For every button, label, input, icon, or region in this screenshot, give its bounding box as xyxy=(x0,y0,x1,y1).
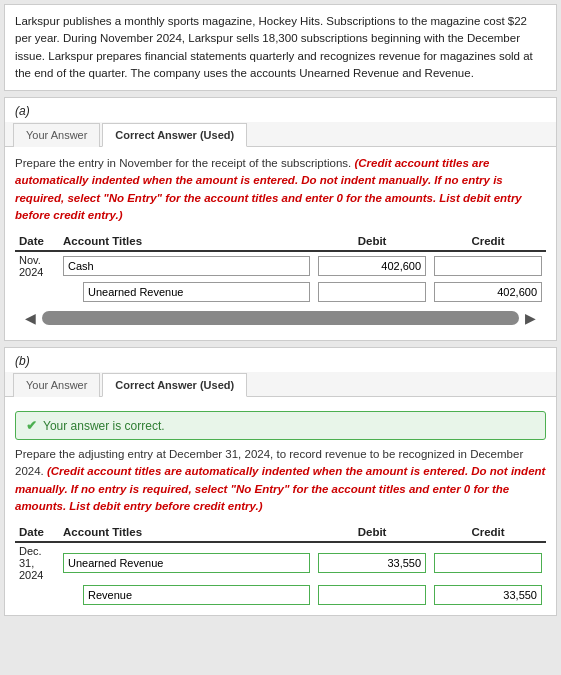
part-b-instruction: Prepare the adjusting entry at December … xyxy=(15,446,546,515)
date-cell-a2 xyxy=(15,280,59,304)
part-a-section: (a) Your Answer Correct Answer (Used) Pr… xyxy=(4,97,557,341)
table-row xyxy=(15,583,546,607)
part-a-header-row: Date Account Titles Debit Credit xyxy=(15,232,546,251)
debit-input-b1[interactable] xyxy=(318,553,426,573)
debit-input-b2[interactable] xyxy=(318,585,426,605)
credit-input-a1[interactable] xyxy=(434,256,542,276)
header-account-b: Account Titles xyxy=(59,523,314,542)
header-credit-b: Credit xyxy=(430,523,546,542)
date-cell-b2 xyxy=(15,583,59,607)
table-row: Nov.2024 xyxy=(15,251,546,280)
table-row xyxy=(15,280,546,304)
debit-cell-b2 xyxy=(314,583,430,607)
info-box: Larkspur publishes a monthly sports maga… xyxy=(4,4,557,91)
part-b-tabs: Your Answer Correct Answer (Used) xyxy=(5,372,556,397)
account-cell-b2 xyxy=(59,583,314,607)
account-input-a2[interactable] xyxy=(83,282,310,302)
part-a-label: (a) xyxy=(5,98,556,122)
header-account-a: Account Titles xyxy=(59,232,314,251)
correct-text: Your answer is correct. xyxy=(43,419,165,433)
part-a-tabs: Your Answer Correct Answer (Used) xyxy=(5,122,556,147)
credit-input-b2[interactable] xyxy=(434,585,542,605)
header-date-b: Date xyxy=(15,523,59,542)
left-arrow-icon[interactable]: ◀ xyxy=(25,310,36,326)
part-b-instruction-red: (Credit account titles are automatically… xyxy=(15,465,545,512)
scrollbar-area: ◀ ▶ xyxy=(15,304,546,332)
part-a-instruction-plain: Prepare the entry in November for the re… xyxy=(15,157,351,169)
debit-input-a2[interactable] xyxy=(318,282,426,302)
part-b-header-row: Date Account Titles Debit Credit xyxy=(15,523,546,542)
right-arrow-icon[interactable]: ▶ xyxy=(525,310,536,326)
debit-input-a1[interactable] xyxy=(318,256,426,276)
account-input-b2[interactable] xyxy=(83,585,310,605)
page-wrapper: Larkspur publishes a monthly sports maga… xyxy=(0,0,561,626)
info-text: Larkspur publishes a monthly sports maga… xyxy=(15,15,533,79)
part-b-section: (b) Your Answer Correct Answer (Used) ✔ … xyxy=(4,347,557,616)
tab-your-answer-a[interactable]: Your Answer xyxy=(13,123,100,147)
scrollbar-track[interactable] xyxy=(42,311,519,325)
account-input-b1[interactable] xyxy=(63,553,310,573)
correct-answer-banner: ✔ Your answer is correct. xyxy=(15,411,546,440)
account-cell-a1 xyxy=(59,251,314,280)
credit-cell-b2 xyxy=(430,583,546,607)
credit-cell-a1 xyxy=(430,251,546,280)
account-cell-a2 xyxy=(59,280,314,304)
part-a-content: Prepare the entry in November for the re… xyxy=(5,147,556,340)
part-a-instruction: Prepare the entry in November for the re… xyxy=(15,155,546,224)
date-cell-b1: Dec.31,2024 xyxy=(15,542,59,583)
header-credit-a: Credit xyxy=(430,232,546,251)
tab-correct-answer-a[interactable]: Correct Answer (Used) xyxy=(102,123,247,147)
part-b-content: ✔ Your answer is correct. Prepare the ad… xyxy=(5,397,556,615)
table-row: Dec.31,2024 xyxy=(15,542,546,583)
check-icon: ✔ xyxy=(26,418,37,433)
tab-your-answer-b[interactable]: Your Answer xyxy=(13,373,100,397)
debit-cell-a2 xyxy=(314,280,430,304)
header-date-a: Date xyxy=(15,232,59,251)
debit-cell-a1 xyxy=(314,251,430,280)
credit-input-b1[interactable] xyxy=(434,553,542,573)
debit-cell-b1 xyxy=(314,542,430,583)
date-cell-a1: Nov.2024 xyxy=(15,251,59,280)
part-a-table: Date Account Titles Debit Credit Nov.202… xyxy=(15,232,546,304)
tab-correct-answer-b[interactable]: Correct Answer (Used) xyxy=(102,373,247,397)
part-b-table: Date Account Titles Debit Credit Dec.31,… xyxy=(15,523,546,607)
credit-cell-b1 xyxy=(430,542,546,583)
header-debit-a: Debit xyxy=(314,232,430,251)
credit-input-a2[interactable] xyxy=(434,282,542,302)
account-input-a1[interactable] xyxy=(63,256,310,276)
part-b-label: (b) xyxy=(5,348,556,372)
credit-cell-a2 xyxy=(430,280,546,304)
account-cell-b1 xyxy=(59,542,314,583)
header-debit-b: Debit xyxy=(314,523,430,542)
